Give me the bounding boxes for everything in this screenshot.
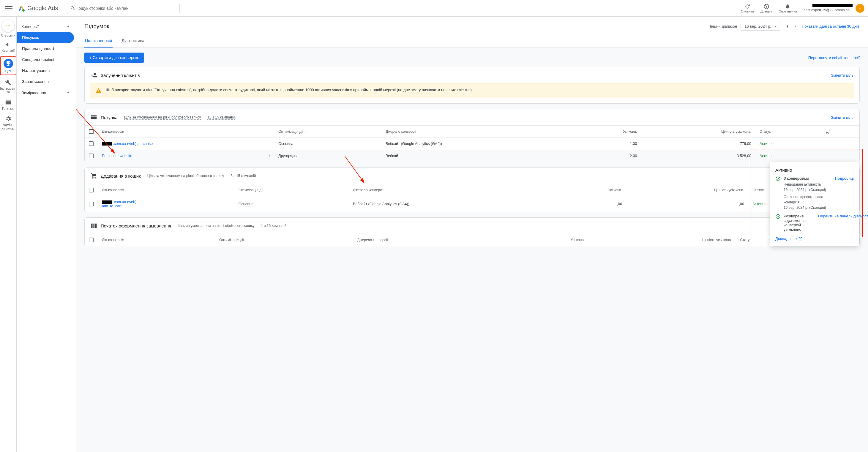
create-conversion-action-button[interactable]: + Створити дію-конверсію xyxy=(84,53,144,63)
card-meta-campaigns[interactable]: 3 з 15 кампаній xyxy=(230,174,256,178)
chevron-right-icon[interactable] xyxy=(793,24,798,29)
col-status[interactable]: Статус xyxy=(755,126,822,138)
sidenav-group-conversions[interactable]: Конверсії xyxy=(17,21,76,32)
table-header-row: Дія-конверсія Оптимізація дії ↓ Джерело … xyxy=(85,126,859,138)
conversion-name-link[interactable]: .com.ua (web) xyxy=(113,200,136,204)
sidenav-uploads[interactable]: Завантаження xyxy=(17,76,76,87)
col-all-conv[interactable]: Усі конв. xyxy=(575,126,641,138)
col-optimization[interactable]: Оптимізація дії ↓ xyxy=(235,184,349,196)
date-range-row: Інший діапазон 16 вер. 2024 р. Показати … xyxy=(710,22,860,31)
conversion-name-link[interactable]: add_to_cart xyxy=(102,204,122,208)
col-action[interactable]: Дія-конверсія xyxy=(98,184,235,196)
sidenav-value-rules[interactable]: Правила цінності xyxy=(17,43,76,54)
notifications-button[interactable]: Сповіщення xyxy=(779,4,797,13)
learn-more-link[interactable]: Докладніше xyxy=(775,236,854,241)
card-meta-default[interactable]: Ціль за умовчанням на рівні облікового з… xyxy=(178,224,255,228)
checkbox-all[interactable] xyxy=(89,188,94,192)
rail-admin-label: Адміні- стратор xyxy=(2,123,14,130)
card-meta-campaigns[interactable]: 1 з 15 кампаній xyxy=(261,224,286,228)
trophy-icon xyxy=(5,60,11,67)
rail-campaigns[interactable]: Кампанії xyxy=(0,40,16,54)
col-value[interactable]: Цінність усіх конв. xyxy=(641,126,755,138)
source-value: Вебсайт (Google Analytics (GA4)) xyxy=(381,138,575,150)
help-icon xyxy=(764,4,769,9)
table-row[interactable]: .com.ua (web) purchase Основна Вебсайт (… xyxy=(85,138,859,150)
card-meta-default[interactable]: Ціль за умовчанням на рівні облікового з… xyxy=(124,115,201,120)
checkbox-all[interactable] xyxy=(89,237,94,242)
rail-goals[interactable]: Цілі xyxy=(0,57,16,75)
edit-goal-link[interactable]: Змінити ціль xyxy=(831,73,854,77)
col-value[interactable]: Цінність усіх конв. xyxy=(589,234,736,246)
col-value[interactable]: Цінність усіх конв. xyxy=(626,184,748,196)
barcode-icon xyxy=(91,222,97,229)
search-box[interactable] xyxy=(67,3,180,14)
cart-icon xyxy=(91,172,97,179)
conversion-name-link[interactable]: .com.ua (web) purchase xyxy=(113,142,153,146)
optimization-value[interactable]: Другорядна xyxy=(278,154,299,158)
help-label: Довідка xyxy=(761,9,772,13)
card-meta-campaigns[interactable]: 15 з 15 кампаній xyxy=(207,115,235,120)
col-optimization[interactable]: Оптимізація дії ↓ xyxy=(274,126,381,138)
edit-goal-link[interactable]: Змінити ціль xyxy=(831,115,854,120)
popover-sub-value: 16 вер. 2024 р. (Сьогодні) xyxy=(784,205,826,210)
check-circle-icon xyxy=(775,214,781,219)
col-source[interactable]: Джерело конверсії xyxy=(353,234,503,246)
popover-details-link[interactable]: Подробиці xyxy=(835,176,854,210)
table-header-row: Дія-конверсія Оптимізація дії ↓ Джерело … xyxy=(85,234,859,246)
col-action[interactable]: Дія-конверсія xyxy=(98,234,215,246)
check-circle-icon xyxy=(775,176,781,182)
col-source[interactable]: Джерело конверсії xyxy=(381,126,575,138)
account-block[interactable]: best.expert.19@k2-promo.co... Н xyxy=(804,4,864,13)
rail-tools[interactable]: Інструмен- ти xyxy=(0,78,16,95)
person-add-icon xyxy=(91,72,97,78)
refresh-label: Оновити xyxy=(741,9,754,13)
date-range-label: Інший діапазон xyxy=(710,24,737,29)
table-row[interactable]: .com.ua (web)add_to_cart Основна Вебсайт… xyxy=(85,196,859,212)
status-active[interactable]: Активно xyxy=(760,154,774,158)
sidenav-summary[interactable]: Підсумок xyxy=(17,32,74,43)
refresh-button[interactable]: Оновити xyxy=(741,4,754,13)
popover-diagnostics-link[interactable]: Перейти на панель діагностики xyxy=(818,214,854,233)
sidenav-custom-variables[interactable]: Спеціальні змінні xyxy=(17,54,76,65)
checkbox[interactable] xyxy=(89,141,94,146)
col-action[interactable]: Дія-конверсія xyxy=(98,126,274,138)
kebab-icon[interactable]: ⋮ xyxy=(267,153,271,157)
alert-text: Щоб використовувати ціль "Залучення кліє… xyxy=(106,88,473,94)
hamburger-icon[interactable] xyxy=(5,5,12,12)
col-all-conv[interactable]: Усі конв. xyxy=(503,234,589,246)
chevron-up-icon xyxy=(66,24,71,29)
chevron-left-icon[interactable] xyxy=(784,24,790,29)
logo[interactable]: Google Ads xyxy=(18,5,58,12)
col-source[interactable]: Джерело конверсії xyxy=(349,184,555,196)
view-all-conversions-link[interactable]: Переглянути всі дії-конверсії xyxy=(808,56,860,60)
col-optimization[interactable]: Оптимізація дії ↓ xyxy=(215,234,353,246)
help-button[interactable]: Довідка xyxy=(761,4,772,13)
tab-conversion-goals[interactable]: Цілі конверсій xyxy=(84,35,113,47)
optimization-value[interactable]: Основна xyxy=(239,202,253,206)
col-all-conv[interactable]: Усі конв. xyxy=(555,184,626,196)
rail-billing[interactable]: Платежі xyxy=(0,98,16,111)
popover-row-title: З конверсіями xyxy=(784,176,832,181)
date-range-dropdown[interactable]: 16 вер. 2024 р. xyxy=(741,22,781,31)
checkbox[interactable] xyxy=(89,154,94,158)
col-actions[interactable]: Дії xyxy=(822,126,859,138)
table-row[interactable]: Purchase_website ⋮ Другорядна Вебсайт 2,… xyxy=(85,150,859,162)
sidenav-settings[interactable]: Налаштування xyxy=(17,65,76,76)
warning-icon xyxy=(96,88,102,94)
svg-point-4 xyxy=(776,215,780,219)
rail-admin[interactable]: Адміні- стратор xyxy=(0,114,16,131)
sidenav-group-measurement[interactable]: Вимірювання xyxy=(17,87,76,98)
card-meta-default[interactable]: Ціль за умовчанням на рівні облікового з… xyxy=(147,174,224,178)
tab-diagnostics[interactable]: Діагностика xyxy=(121,35,145,47)
checkbox-all[interactable] xyxy=(89,129,94,134)
arrow-down-icon: ↓ xyxy=(265,188,266,192)
header-right: Оновити Довідка Сповіщення best.expert.1… xyxy=(741,4,864,13)
create-button[interactable]: Створити xyxy=(1,20,15,37)
checkbox[interactable] xyxy=(89,202,94,206)
search-input[interactable] xyxy=(75,6,177,11)
conversion-name-link[interactable]: Purchase_website xyxy=(102,154,132,158)
optimization-value[interactable]: Основна xyxy=(278,142,293,146)
show-last-30-link[interactable]: Показати дані за останні 30 днів xyxy=(802,24,860,29)
popover-title: Активно xyxy=(775,167,854,172)
avatar[interactable]: Н xyxy=(856,4,864,13)
